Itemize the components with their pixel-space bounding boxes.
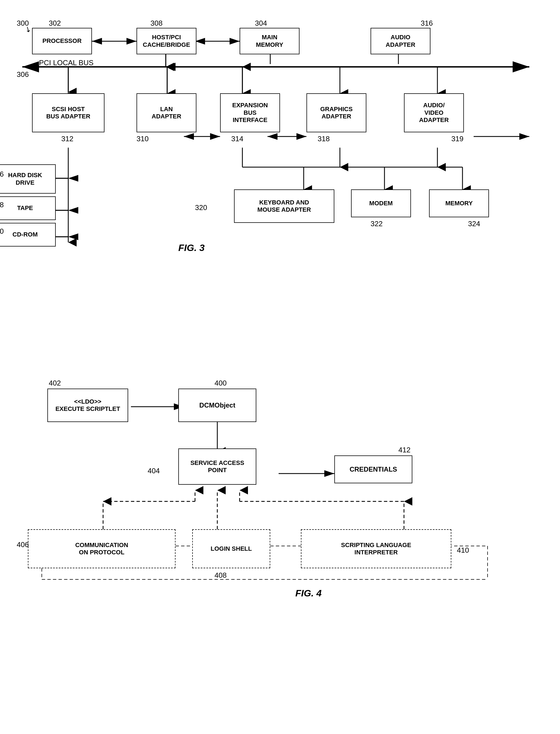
tape-box: TAPE — [0, 196, 56, 220]
ref-302: 302 — [49, 19, 61, 28]
ref-410: 410 — [457, 546, 469, 555]
ref-319: 319 — [451, 135, 463, 143]
diagram-container: Host/PCI double arrow (horizontal) --> M… — [0, 0, 560, 734]
scripting-box: SCRIPTING LANGUAGE INTERPRETER — [301, 529, 451, 568]
ref-404: 404 — [148, 466, 160, 475]
lan-adapter-box: LAN ADAPTER — [137, 93, 196, 132]
hard-disk-box: HARD DISK DRIVE — [0, 164, 56, 194]
ref-328: 328 — [0, 201, 4, 209]
memory-box: MEMORY — [429, 190, 489, 217]
ref-318: 318 — [318, 135, 330, 143]
ref-324: 324 — [468, 220, 480, 228]
ldo-box: <<LDO>> EXECUTE SCRIPTLET — [47, 388, 128, 422]
cdrom-box: CD-ROM — [0, 223, 56, 247]
ref-306: 306 — [17, 70, 29, 79]
pci-bus-label: PCI LOCAL BUS — [39, 59, 94, 67]
ref-408: 408 — [215, 571, 227, 580]
ref-316: 316 — [421, 19, 433, 28]
processor-box: PROCESSOR — [32, 28, 92, 54]
credentials-box: CREDENTIALS — [334, 455, 412, 483]
ref-326: 326 — [0, 170, 4, 179]
scsi-box: SCSI HOST BUS ADAPTER — [32, 93, 104, 132]
ref-330: 330 — [0, 227, 4, 236]
ref-412: 412 — [398, 446, 410, 454]
fig3-caption: FIG. 3 — [178, 242, 204, 253]
ref-310: 310 — [137, 135, 148, 143]
ref-304: 304 — [255, 19, 267, 28]
ref-402: 402 — [49, 379, 61, 387]
dcmobject-box: DCMObject — [178, 388, 256, 422]
host-pci-box: HOST/PCI CACHE/BRIDGE — [137, 28, 196, 54]
expansion-bus-box: EXPANSION BUS INTERFACE — [220, 93, 280, 132]
ref-322: 322 — [371, 220, 383, 228]
ref-400: 400 — [215, 379, 227, 387]
ref-312: 312 — [61, 135, 73, 143]
ref-314: 314 — [231, 135, 243, 143]
comm-box: COMMUNICATION ON PROTOCOL — [28, 529, 176, 568]
ref-308: 308 — [150, 19, 162, 28]
login-box: LOGIN SHELL — [192, 529, 270, 568]
audio-video-box: AUDIO/ VIDEO ADAPTER — [404, 93, 464, 132]
sap-box: SERVICE ACCESS POINT — [178, 448, 256, 485]
fig4-caption: FIG. 4 — [295, 588, 322, 599]
graphics-adapter-box: GRAPHICS ADAPTER — [306, 93, 366, 132]
ref-406: 406 — [17, 540, 29, 549]
keyboard-box: KEYBOARD AND MOUSE ADAPTER — [234, 190, 334, 223]
ref-320: 320 — [195, 203, 207, 212]
audio-adapter-box: AUDIO ADAPTER — [371, 28, 430, 54]
main-memory-box: MAIN MEMORY — [240, 28, 300, 54]
modem-box: MODEM — [351, 190, 411, 217]
